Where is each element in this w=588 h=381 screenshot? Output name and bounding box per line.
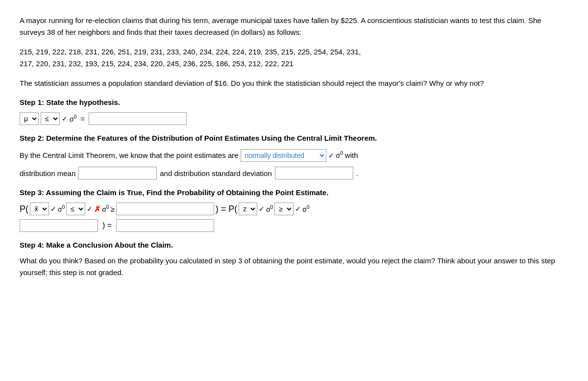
p-close: ) = P( <box>216 204 238 214</box>
dist-std-input[interactable] <box>275 167 353 179</box>
comparison-select-step1[interactable]: ≤ ≥ = < > <box>41 112 60 125</box>
sigma-p1: σ0 <box>58 204 65 213</box>
geq-symbol: ≥ <box>110 205 114 213</box>
step2-label: Step 2: Determine the Features of the Di… <box>20 134 568 142</box>
checkmark-step2: ✓ <box>328 149 334 162</box>
checkmark-leq: ✓ <box>87 205 93 213</box>
step4-label: Step 4: Make a Conclusion About the Clai… <box>20 241 568 249</box>
clt-row: By the Central Limit Theorem, we know th… <box>20 148 568 163</box>
checkmark-z: ✓ <box>259 205 265 213</box>
hypothesis-input[interactable] <box>89 112 187 125</box>
p-open: P( <box>20 204 28 214</box>
checkmark-step1: ✓ <box>62 115 68 123</box>
step1-label: Step 1: State the hypothesis. <box>20 98 568 106</box>
clt-text-before: By the Central Limit Theorem, we know th… <box>20 148 239 163</box>
dist-mean-input[interactable] <box>78 167 157 179</box>
distribution-mean-row: distribution mean and distribution stand… <box>20 167 568 179</box>
mu-select[interactable]: μ x̄ p <box>20 112 39 125</box>
conclusion-text: What do you think? Based on the probabil… <box>20 255 568 279</box>
prob-result-input[interactable] <box>116 219 214 232</box>
red-x-symbol: ✗ <box>94 204 100 214</box>
distribution-select[interactable]: normally distributed not normally distri… <box>241 149 326 162</box>
sigma-step2: σ0 <box>336 149 343 162</box>
hypothesis-row: μ x̄ p ≤ ≥ = < > ✓ σ0 = <box>20 112 568 125</box>
period: . <box>356 169 358 178</box>
probability-section: P( x̄ μ p ✓ σ0 ≤ ≥ = < > ✓ ✗ σ0 ≥ ) = P(… <box>20 203 568 232</box>
intro-text: A mayor running for re-election claims t… <box>20 15 568 38</box>
assumption-text: The statistician assumes a population st… <box>20 77 568 89</box>
xbar-select[interactable]: x̄ μ p <box>30 203 49 215</box>
sigma-p4: σ0 <box>302 204 309 213</box>
clt-text-with: with <box>345 148 358 163</box>
prob-input2[interactable] <box>20 219 98 232</box>
z-select[interactable]: z x̄ t <box>239 203 257 215</box>
prob-row1: P( x̄ μ p ✓ σ0 ≤ ≥ = < > ✓ ✗ σ0 ≥ ) = P(… <box>20 203 568 215</box>
leq-select[interactable]: ≤ ≥ = < > <box>66 203 85 215</box>
checkmark-geq2: ✓ <box>295 205 301 213</box>
and-label: and distribution standard deviation <box>160 169 272 178</box>
dist-mean-label: distribution mean <box>20 169 75 178</box>
prob-input1[interactable] <box>116 203 214 215</box>
data-values: 215, 219, 222, 218, 231, 226, 251, 219, … <box>20 46 568 70</box>
sigma-step1: σ0 <box>70 114 76 123</box>
checkmark-xbar: ✓ <box>50 205 56 213</box>
equals-step1: = <box>80 115 85 123</box>
geq2-select[interactable]: ≥ ≤ = < > <box>274 203 294 215</box>
sigma-p2: σ0 <box>102 204 109 213</box>
step3-label: Step 3: Assuming the Claim is True, Find… <box>20 188 568 197</box>
prob-row2: ) = <box>20 219 568 232</box>
sigma-p3: σ0 <box>266 204 273 213</box>
equals-prob: ) = <box>102 221 112 230</box>
